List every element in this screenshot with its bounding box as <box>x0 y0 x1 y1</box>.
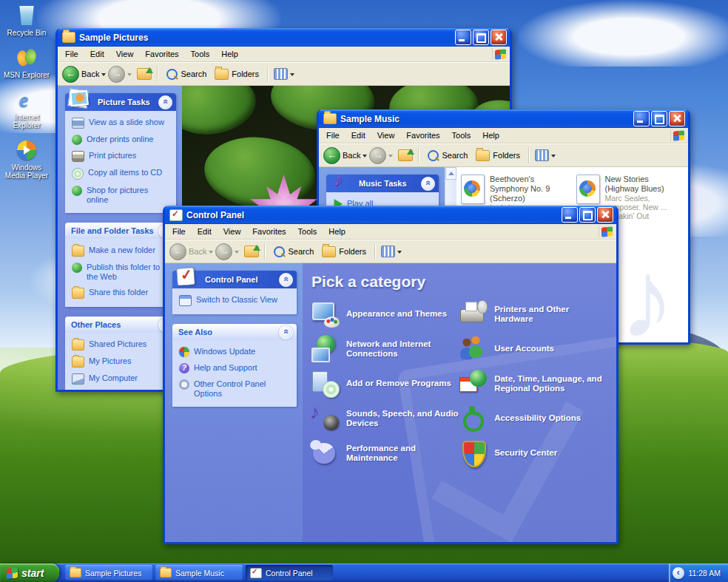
up-button[interactable] <box>244 246 259 257</box>
titlebar[interactable]: Sample Music <box>319 109 688 128</box>
menu-item[interactable]: Tools <box>446 129 477 141</box>
search-button[interactable]: Search <box>425 149 471 163</box>
task-link[interactable]: View as a slide show <box>72 118 172 129</box>
taskbar-clock: 11:28 AM <box>688 569 721 578</box>
search-button[interactable]: Search <box>164 67 209 81</box>
category-item[interactable]: Performance and Maintenance <box>311 436 459 470</box>
forward-button[interactable]: → <box>369 147 393 164</box>
minimize-button[interactable] <box>562 207 578 223</box>
close-button[interactable] <box>669 111 685 126</box>
desktop-icon[interactable]: Internet Explorer <box>3 89 50 129</box>
menu-item[interactable]: File <box>166 226 192 237</box>
task-icon <box>72 135 82 145</box>
tray-chevron-icon[interactable] <box>673 567 684 579</box>
forward-button[interactable]: → <box>215 243 239 260</box>
views-button[interactable] <box>381 246 402 257</box>
taskbar-button[interactable]: Sample Pictures <box>65 565 152 581</box>
menu-item[interactable]: Favorites <box>246 226 291 237</box>
titlebar[interactable]: Control Panel <box>165 206 616 224</box>
category-item[interactable]: Network and Internet Connections <box>311 331 459 366</box>
see-also-link[interactable]: Help and Support <box>179 363 292 373</box>
place-link[interactable]: My Computer <box>72 373 172 385</box>
see-also-icon <box>179 379 189 390</box>
collapse-chevron-icon[interactable] <box>158 95 172 109</box>
forward-button[interactable]: → <box>108 66 132 83</box>
close-button[interactable] <box>597 207 613 223</box>
panel-header[interactable]: See Also <box>172 324 297 340</box>
taskbar-button[interactable]: Sample Music <box>155 565 243 581</box>
collapse-chevron-icon[interactable] <box>279 325 293 339</box>
task-link[interactable]: Make a new folder <box>72 246 172 257</box>
see-also-link[interactable]: Other Control Panel Options <box>179 379 292 399</box>
task-link[interactable]: Share this folder <box>72 288 172 299</box>
back-button[interactable]: ←Back <box>169 243 213 260</box>
folders-button[interactable]: Folders <box>319 245 369 259</box>
menu-item[interactable]: Tools <box>185 48 216 60</box>
collapse-chevron-icon[interactable] <box>279 273 293 287</box>
panel-header[interactable]: Picture Tasks <box>65 93 176 111</box>
up-button[interactable] <box>398 149 413 161</box>
back-dropdown-icon[interactable] <box>101 73 106 78</box>
collapse-chevron-icon[interactable] <box>421 177 435 191</box>
views-button[interactable] <box>274 68 294 80</box>
menu-item[interactable]: File <box>59 48 84 60</box>
category-item[interactable]: Appearance and Themes <box>311 297 459 331</box>
place-link[interactable]: Shared Pictures <box>72 339 172 351</box>
file-folder-tasks-panel: File and Folder Tasks Make a new folder … <box>65 223 176 307</box>
panel-header[interactable]: Music Tasks <box>326 175 439 192</box>
place-link[interactable]: My Pictures <box>72 356 172 368</box>
category-item[interactable]: Accessibility Options <box>459 401 616 436</box>
menu-item[interactable]: File <box>320 129 346 141</box>
menu-item[interactable]: Help <box>215 48 244 60</box>
menu-item[interactable]: View <box>218 226 247 237</box>
menu-item[interactable]: Favorites <box>400 129 445 141</box>
panel-header[interactable]: Other Places <box>65 317 176 333</box>
maximize-button[interactable] <box>579 207 596 223</box>
minimize-button[interactable] <box>455 30 471 45</box>
task-link[interactable]: Publish this folder to the Web <box>72 263 172 282</box>
task-label: Copy all items to CD <box>88 168 162 177</box>
panel-header[interactable]: Control Panel <box>172 271 297 288</box>
see-also-link[interactable]: Windows Update <box>179 347 292 357</box>
menu-item[interactable]: Help <box>323 226 351 237</box>
titlebar[interactable]: Sample Pictures <box>58 28 510 47</box>
task-link[interactable]: Print pictures <box>72 151 172 162</box>
task-link[interactable]: Order prints online <box>72 135 172 145</box>
up-button[interactable] <box>137 68 152 80</box>
menu-item[interactable]: Tools <box>292 226 323 237</box>
category-item[interactable]: User Accounts <box>459 331 616 366</box>
minimize-button[interactable] <box>633 111 650 126</box>
search-button[interactable]: Search <box>271 245 317 259</box>
desktop-icon[interactable]: MSN Explorer <box>3 47 50 79</box>
menu-item[interactable]: View <box>371 129 401 141</box>
views-button[interactable] <box>535 149 556 161</box>
task-link[interactable]: Copy all items to CD <box>72 168 172 180</box>
menu-item[interactable]: View <box>110 48 140 60</box>
close-button[interactable] <box>491 30 507 45</box>
desktop-icon[interactable]: Windows Media Player <box>3 139 50 180</box>
maximize-button[interactable] <box>473 30 489 45</box>
category-item[interactable]: Sounds, Speech, and Audio Devices <box>311 401 459 436</box>
start-button[interactable]: start <box>0 564 59 582</box>
panel-header[interactable]: File and Folder Tasks <box>65 223 176 239</box>
taskbar-button[interactable]: Control Panel <box>246 565 333 581</box>
category-item[interactable]: Security Center <box>459 436 616 470</box>
back-button[interactable]: ←Back <box>62 66 106 83</box>
folders-button[interactable]: Folders <box>212 67 262 81</box>
task-link[interactable]: Shop for pictures online <box>72 186 172 205</box>
menu-item[interactable]: Edit <box>192 226 218 237</box>
menu-item[interactable]: Help <box>476 129 505 141</box>
menu-item[interactable]: Favorites <box>139 48 184 60</box>
menu-item[interactable]: Edit <box>346 129 371 141</box>
desktop-icon[interactable]: Recycle Bin <box>3 4 50 37</box>
maximize-button[interactable] <box>651 111 667 126</box>
category-item[interactable]: Date, Time, Language, and Regional Optio… <box>459 366 616 401</box>
category-item[interactable]: Printers and Other Hardware <box>459 297 616 331</box>
back-button[interactable]: ←Back <box>323 147 367 164</box>
switch-classic-view-link[interactable]: Switch to Classic View <box>179 295 292 306</box>
menu-item[interactable]: Edit <box>84 48 110 60</box>
category-item[interactable]: Add or Remove Programs <box>311 366 459 401</box>
scroll-up-button[interactable] <box>445 167 456 180</box>
folders-button[interactable]: Folders <box>473 149 523 163</box>
back-dropdown-icon[interactable] <box>363 155 367 160</box>
